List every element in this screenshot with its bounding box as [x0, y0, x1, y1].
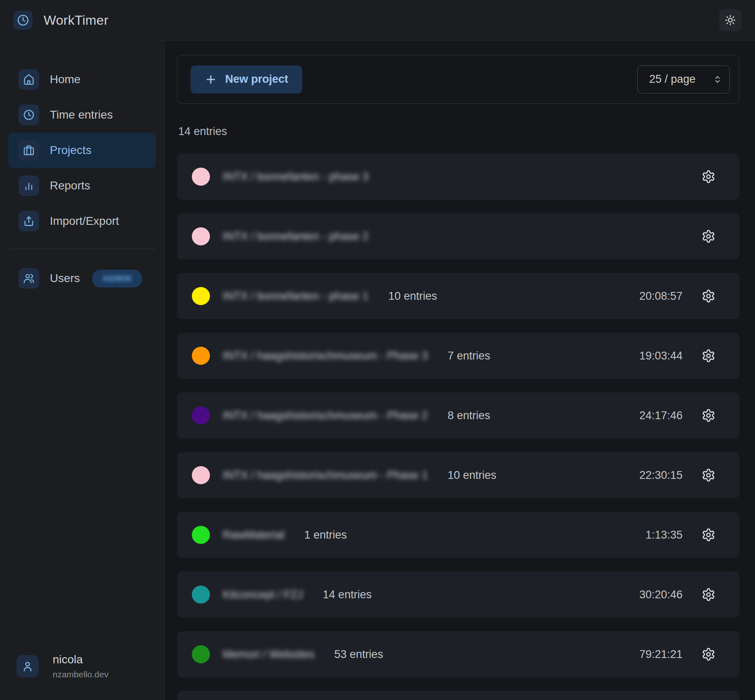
sidebar-item-home[interactable]: Home [8, 62, 156, 97]
main-content: New project 25 / page 14 entries INTX / … [165, 41, 755, 700]
sun-icon [725, 14, 736, 26]
entries-count: 14 entries [178, 125, 739, 138]
project-name: INTX / haagshistorischmuseum - Phase 2 [223, 409, 428, 422]
project-settings-button[interactable] [701, 588, 715, 602]
gear-icon [701, 528, 715, 542]
app-title: WorkTimer [44, 13, 108, 28]
plus-icon [205, 73, 217, 86]
project-name: Memori / Websites [223, 648, 315, 661]
bar-chart-icon [23, 180, 35, 191]
table-row[interactable]: INTX / haagshistorischmuseum - Phase 2 8… [177, 392, 739, 439]
projects-toolbar: New project 25 / page [177, 55, 739, 104]
admin-badge: ADMIN [92, 270, 142, 287]
project-entries-count: 1 entries [304, 529, 347, 541]
topbar: WorkTimer [0, 0, 755, 41]
project-entries-count: 10 entries [447, 469, 496, 482]
project-settings-button[interactable] [701, 170, 715, 184]
gear-icon [701, 408, 715, 422]
project-name: INTX / haagshistorischmuseum - Phase 1 [223, 469, 428, 482]
project-name: RawMaterial [223, 529, 284, 541]
project-settings-button[interactable] [701, 408, 715, 422]
table-row[interactable]: INTX / haagshistorischmuseum - Phase 3 7… [177, 333, 739, 379]
project-settings-button[interactable] [701, 528, 715, 542]
theme-toggle-button[interactable] [719, 9, 741, 31]
project-total-time: 22:30:15 [639, 469, 683, 482]
project-settings-button[interactable] [701, 468, 715, 482]
table-row[interactable]: INTX / bonnefanten - phase 1 10 entries … [177, 273, 739, 319]
project-settings-button[interactable] [701, 289, 715, 303]
gear-icon [701, 170, 715, 184]
sidebar-nav: Home Time entries Projects Reports Impor… [0, 62, 164, 239]
gear-icon [701, 229, 715, 243]
project-entries-count: 8 entries [447, 409, 490, 422]
table-row[interactable]: INTX / haagshistorischmuseum - Phase 1 1… [177, 452, 739, 498]
project-color-dot [192, 466, 210, 484]
gear-icon [701, 588, 715, 602]
gear-icon [701, 647, 715, 661]
project-settings-button[interactable] [701, 229, 715, 243]
project-name: INTX / bonnefanten - phase 1 [223, 290, 368, 303]
chevrons-up-down-icon [712, 74, 723, 85]
project-total-time: 20:08:57 [639, 290, 683, 303]
clock-icon [23, 109, 35, 121]
project-entries-count: 10 entries [388, 290, 437, 303]
sidebar-divider [8, 249, 156, 249]
gear-icon [701, 289, 715, 303]
table-row[interactable]: INTX / bonnefanten - phase 3 [177, 154, 739, 200]
avatar [16, 655, 39, 677]
gear-icon [701, 349, 715, 363]
project-color-dot [192, 526, 210, 544]
project-total-time: 19:03:44 [639, 350, 683, 362]
sidebar-item-label: Users [50, 272, 80, 285]
table-row-partial[interactable] [177, 691, 739, 700]
project-name: INTX / bonnefanten - phase 3 [223, 170, 368, 183]
project-name: INTX / haagshistorischmuseum - Phase 3 [223, 350, 428, 362]
table-row[interactable]: Kitconcept / FZJ 14 entries 30:20:46 [177, 572, 739, 618]
table-row[interactable]: Memori / Websites 53 entries 79:21:21 [177, 631, 739, 677]
table-row[interactable]: RawMaterial 1 entries 1:13:35 [177, 512, 739, 558]
project-color-dot [192, 227, 210, 245]
table-row[interactable]: INTX / bonnefanten - phase 2 [177, 213, 739, 259]
project-color-dot [192, 168, 210, 186]
sidebar-item-label: Time entries [50, 108, 113, 121]
project-name: INTX / bonnefanten - phase 2 [223, 230, 368, 243]
briefcase-icon [23, 145, 35, 156]
sidebar-item-label: Home [50, 73, 81, 86]
page-size-select[interactable]: 25 / page [637, 65, 730, 93]
user-name: nicola [53, 653, 108, 666]
house-icon [23, 74, 35, 85]
new-project-button[interactable]: New project [191, 65, 302, 93]
project-color-dot [192, 645, 210, 663]
clock-logo-icon [14, 11, 33, 30]
project-list: INTX / bonnefanten - phase 3 INTX / bonn… [177, 154, 739, 700]
project-entries-count: 14 entries [323, 588, 372, 601]
sidebar-item-time-entries[interactable]: Time entries [8, 97, 156, 133]
sidebar: Home Time entries Projects Reports Impor… [0, 41, 165, 700]
project-settings-button[interactable] [701, 349, 715, 363]
project-total-time: 1:13:35 [645, 529, 683, 541]
project-color-dot [192, 586, 210, 604]
project-total-time: 24:17:46 [639, 409, 683, 422]
sidebar-item-label: Projects [50, 144, 91, 157]
project-color-dot [192, 287, 210, 305]
sidebar-item-label: Reports [50, 179, 90, 192]
user-info[interactable]: nicola nzambello.dev [0, 653, 164, 679]
upload-icon [23, 215, 35, 227]
project-color-dot [192, 406, 210, 425]
sidebar-item-users[interactable]: Users ADMIN [8, 261, 156, 296]
project-total-time: 79:21:21 [639, 648, 683, 661]
sidebar-admin-nav: Users ADMIN [0, 261, 164, 296]
sidebar-item-import-export[interactable]: Import/Export [8, 203, 156, 239]
project-name: Kitconcept / FZJ [223, 588, 303, 601]
sidebar-item-reports[interactable]: Reports [8, 168, 156, 203]
app-brand[interactable]: WorkTimer [14, 11, 108, 30]
project-total-time: 30:20:46 [639, 588, 683, 601]
project-entries-count: 7 entries [447, 350, 490, 362]
project-entries-count: 53 entries [334, 648, 383, 661]
user-domain: nzambello.dev [53, 670, 108, 679]
page-size-value: 25 / page [649, 73, 696, 86]
gear-icon [701, 468, 715, 482]
sidebar-item-label: Import/Export [50, 215, 119, 228]
sidebar-item-projects[interactable]: Projects [8, 133, 156, 168]
project-settings-button[interactable] [701, 647, 715, 661]
